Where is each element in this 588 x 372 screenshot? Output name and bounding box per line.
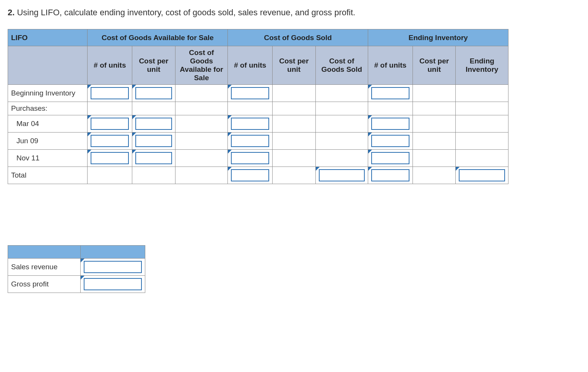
computed-cell xyxy=(413,133,456,150)
sub-header: # of units xyxy=(228,46,273,85)
group-header-sold: Cost of Goods Sold xyxy=(228,29,368,46)
input-cell[interactable] xyxy=(80,259,145,276)
input-cell[interactable] xyxy=(228,133,273,150)
computed-cell xyxy=(456,115,508,133)
row-label: Purchases: xyxy=(8,102,88,115)
input-cell[interactable] xyxy=(132,150,175,167)
group-header-ending: Ending Inventory xyxy=(368,29,508,46)
input-cell[interactable] xyxy=(315,167,368,184)
computed-cell xyxy=(413,115,456,133)
input-cell[interactable] xyxy=(88,150,132,167)
question-prompt: 2. Using LIFO, calculate ending inventor… xyxy=(8,8,580,18)
blank-cell xyxy=(413,102,456,115)
computed-cell xyxy=(132,167,175,184)
row-label: Nov 11 xyxy=(8,150,88,167)
computed-cell xyxy=(315,115,368,133)
input-cell[interactable] xyxy=(132,85,175,102)
table-row: Beginning Inventory xyxy=(8,85,508,102)
computed-cell xyxy=(272,133,315,150)
sub-header: # of units xyxy=(88,46,132,85)
table-row: Purchases: xyxy=(8,102,508,115)
table-row: Mar 04 xyxy=(8,115,508,133)
input-cell[interactable] xyxy=(88,133,132,150)
blank-cell xyxy=(132,102,175,115)
input-cell[interactable] xyxy=(132,115,175,133)
input-cell[interactable] xyxy=(80,276,145,293)
computed-cell xyxy=(175,133,228,150)
computed-cell xyxy=(315,85,368,102)
input-cell[interactable] xyxy=(368,85,413,102)
computed-cell xyxy=(456,85,508,102)
sub-header: Cost of Goods Sold xyxy=(315,46,368,85)
computed-cell xyxy=(175,167,228,184)
summary-table: Sales revenue Gross profit xyxy=(8,245,145,293)
computed-cell xyxy=(175,115,228,133)
question-number: 2. xyxy=(8,8,15,17)
computed-cell xyxy=(272,115,315,133)
row-label: Total xyxy=(8,167,88,184)
computed-cell xyxy=(315,150,368,167)
input-cell[interactable] xyxy=(132,133,175,150)
row-label: Sales revenue xyxy=(8,259,81,276)
computed-cell xyxy=(413,85,456,102)
input-cell[interactable] xyxy=(456,167,508,184)
row-label: Jun 09 xyxy=(8,133,88,150)
blank-cell xyxy=(315,102,368,115)
input-cell[interactable] xyxy=(228,85,273,102)
group-header-available: Cost of Goods Available for Sale xyxy=(88,29,228,46)
computed-cell xyxy=(413,150,456,167)
table-row: Total xyxy=(8,167,508,184)
question-text: Using LIFO, calculate ending inventory, … xyxy=(17,8,355,17)
blank-cell xyxy=(175,102,228,115)
table-title: LIFO xyxy=(8,29,88,46)
lifo-table: LIFO Cost of Goods Available for Sale Co… xyxy=(8,29,508,184)
sub-header: Cost of Goods Available for Sale xyxy=(175,46,228,85)
input-cell[interactable] xyxy=(368,115,413,133)
sub-header: Cost per unit xyxy=(413,46,456,85)
summary-blank-header xyxy=(80,246,145,259)
computed-cell xyxy=(88,167,132,184)
sub-header: Cost per unit xyxy=(272,46,315,85)
computed-cell xyxy=(175,85,228,102)
summary-blank-header xyxy=(8,246,81,259)
computed-cell xyxy=(272,150,315,167)
input-cell[interactable] xyxy=(228,167,273,184)
blank-cell xyxy=(88,102,132,115)
input-cell[interactable] xyxy=(368,133,413,150)
input-cell[interactable] xyxy=(368,150,413,167)
blank-cell xyxy=(456,102,508,115)
computed-cell xyxy=(456,150,508,167)
table-row: Jun 09 xyxy=(8,133,508,150)
computed-cell xyxy=(315,133,368,150)
computed-cell xyxy=(175,150,228,167)
input-cell[interactable] xyxy=(88,85,132,102)
input-cell[interactable] xyxy=(88,115,132,133)
row-label: Mar 04 xyxy=(8,115,88,133)
sub-header: Cost per unit xyxy=(132,46,175,85)
table-row: Nov 11 xyxy=(8,150,508,167)
blank-cell xyxy=(368,102,413,115)
input-cell[interactable] xyxy=(228,115,273,133)
table-row: Gross profit xyxy=(8,276,145,293)
blank-cell xyxy=(272,102,315,115)
blank-header xyxy=(8,46,88,85)
input-cell[interactable] xyxy=(228,150,273,167)
row-label: Gross profit xyxy=(8,276,81,293)
blank-cell xyxy=(228,102,273,115)
computed-cell xyxy=(272,167,315,184)
computed-cell xyxy=(272,85,315,102)
row-label: Beginning Inventory xyxy=(8,85,88,102)
input-cell[interactable] xyxy=(368,167,413,184)
computed-cell xyxy=(456,133,508,150)
computed-cell xyxy=(413,167,456,184)
table-row: Sales revenue xyxy=(8,259,145,276)
sub-header: # of units xyxy=(368,46,413,85)
sub-header: Ending Inventory xyxy=(456,46,508,85)
